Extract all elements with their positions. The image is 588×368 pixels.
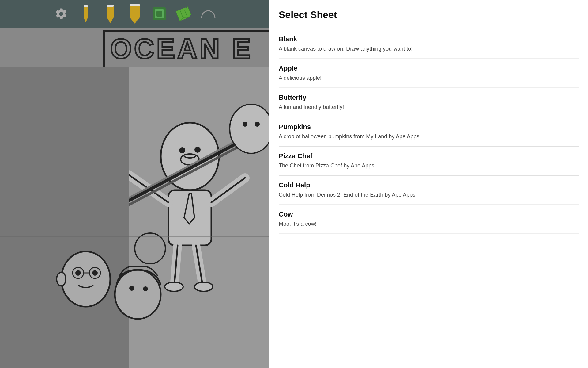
settings-button[interactable] bbox=[54, 6, 69, 21]
svg-point-43 bbox=[75, 270, 81, 276]
sheet-item-description: A fun and friendly butterfly! bbox=[279, 103, 579, 111]
svg-point-21 bbox=[194, 147, 201, 153]
svg-point-36 bbox=[165, 282, 183, 291]
canvas-area: OCEAN E bbox=[0, 0, 270, 368]
sheet-item-description: A delicious apple! bbox=[279, 74, 579, 82]
svg-rect-41 bbox=[0, 67, 129, 368]
svg-point-42 bbox=[61, 251, 110, 307]
svg-point-44 bbox=[92, 270, 98, 276]
sheet-item[interactable]: BlankA blank canvas to draw on. Draw any… bbox=[279, 30, 579, 59]
sheet-item-name: Cow bbox=[279, 210, 579, 218]
sheet-item-description: Cold Help from Deimos 2: End of the Eart… bbox=[279, 191, 579, 199]
map-tool-button[interactable] bbox=[176, 6, 191, 21]
sheet-item[interactable]: AppleA delicious apple! bbox=[279, 59, 579, 88]
pencil-medium-button[interactable] bbox=[103, 6, 118, 21]
sheet-item-name: Butterfly bbox=[279, 94, 579, 102]
sheet-item-description: A crop of halloween pumpkins from My Lan… bbox=[279, 133, 579, 140]
svg-point-37 bbox=[194, 282, 213, 291]
toolbar bbox=[0, 0, 270, 28]
pencil-small-button[interactable] bbox=[78, 6, 93, 21]
svg-rect-23 bbox=[168, 190, 211, 245]
svg-marker-1 bbox=[84, 17, 88, 22]
block-tool-button[interactable] bbox=[152, 6, 167, 21]
svg-point-38 bbox=[230, 104, 270, 153]
svg-marker-7 bbox=[130, 17, 140, 24]
svg-rect-11 bbox=[156, 11, 162, 17]
svg-point-52 bbox=[135, 233, 165, 264]
svg-point-20 bbox=[179, 147, 185, 153]
sheet-list: BlankA blank canvas to draw on. Draw any… bbox=[279, 30, 579, 234]
svg-point-48 bbox=[57, 272, 66, 286]
sheet-item-name: Pizza Chef bbox=[279, 152, 579, 160]
sheet-item-name: Blank bbox=[279, 35, 579, 43]
panel-title: Select Sheet bbox=[279, 9, 579, 21]
svg-rect-8 bbox=[130, 4, 140, 6]
sheet-item[interactable]: Cold HelpCold Help from Deimos 2: End of… bbox=[279, 176, 579, 205]
svg-point-49 bbox=[115, 270, 161, 319]
pencil-large-button[interactable] bbox=[127, 6, 142, 21]
sheet-panel: Select Sheet BlankA blank canvas to draw… bbox=[270, 0, 588, 368]
sheet-item-name: Pumpkins bbox=[279, 123, 579, 131]
sheet-item-description: The Chef from Pizza Chef by Ape Apps! bbox=[279, 162, 579, 170]
svg-rect-5 bbox=[107, 5, 114, 7]
sheet-item[interactable]: Pizza ChefThe Chef from Pizza Chef by Ap… bbox=[279, 147, 579, 175]
svg-text:OCEAN E: OCEAN E bbox=[110, 33, 253, 64]
eraser-button[interactable] bbox=[201, 6, 216, 21]
svg-rect-2 bbox=[84, 5, 88, 7]
svg-point-39 bbox=[243, 122, 247, 127]
sheet-item-name: Cold Help bbox=[279, 181, 579, 189]
drawing-canvas[interactable]: OCEAN E bbox=[0, 28, 270, 368]
svg-point-40 bbox=[255, 122, 260, 127]
sheet-item[interactable]: CowMoo, it's a cow! bbox=[279, 205, 579, 234]
sheet-item-description: A blank canvas to draw on. Draw anything… bbox=[279, 45, 579, 53]
sheet-item-description: Moo, it's a cow! bbox=[279, 220, 579, 228]
sheet-item[interactable]: PumpkinsA crop of halloween pumpkins fro… bbox=[279, 117, 579, 146]
svg-point-50 bbox=[129, 286, 134, 291]
svg-point-51 bbox=[143, 286, 148, 291]
sheet-item[interactable]: ButterflyA fun and friendly butterfly! bbox=[279, 88, 579, 117]
sheet-item-name: Apple bbox=[279, 64, 579, 72]
svg-marker-4 bbox=[107, 17, 114, 23]
